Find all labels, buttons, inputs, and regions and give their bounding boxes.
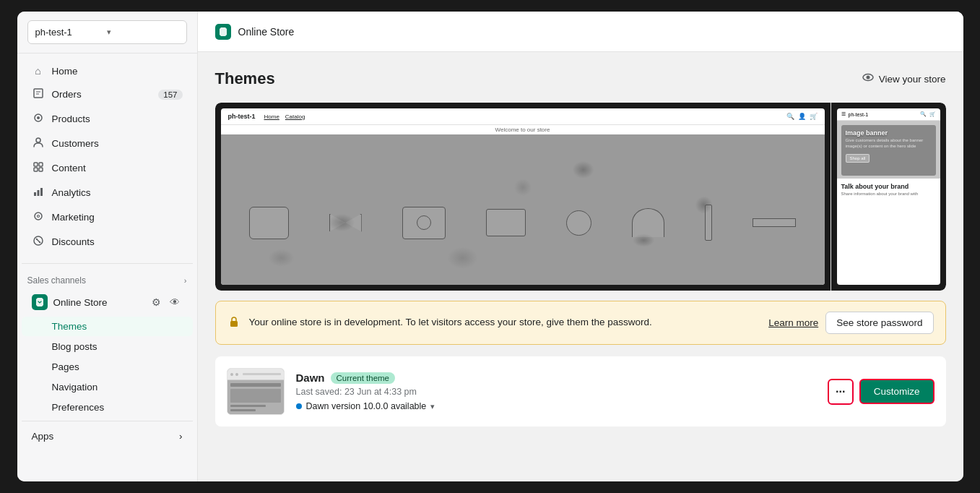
home-icon: ⌂ xyxy=(32,65,45,77)
version-dot xyxy=(296,403,302,409)
sidebar-item-analytics[interactable]: Analytics xyxy=(22,181,193,205)
mobile-cart-icon: 🛒 xyxy=(929,111,936,117)
page-header: Themes View your store xyxy=(215,69,946,88)
sidebar-item-discounts[interactable]: Discounts xyxy=(22,230,193,254)
theme-actions: ··· Customize xyxy=(828,379,935,405)
preview-item-ring xyxy=(566,210,591,236)
preview-tools-grid xyxy=(221,134,825,285)
products-icon xyxy=(32,112,45,126)
sidebar-item-label: Marketing xyxy=(52,212,95,223)
shop-all-button: Shop all xyxy=(846,154,870,163)
theme-thumb-inner xyxy=(227,369,284,414)
online-store-actions: ⚙ 👁 xyxy=(149,295,183,309)
sidebar-item-content[interactable]: Content xyxy=(22,156,193,180)
learn-more-button[interactable]: Learn more xyxy=(768,317,818,328)
top-bar: Online Store xyxy=(198,12,963,52)
sidebar-item-label: Customers xyxy=(52,138,99,149)
sidebar-item-marketing[interactable]: Marketing xyxy=(22,205,193,229)
online-store-preview-button[interactable]: 👁 xyxy=(167,295,183,309)
svg-rect-12 xyxy=(40,188,43,196)
topbar-title: Online Store xyxy=(238,26,295,38)
sidebar-item-home[interactable]: ⌂ Home xyxy=(22,60,193,82)
main-nav: ⌂ Home Orders 157 Products xyxy=(17,53,197,260)
welcome-text: Welcome to our store xyxy=(495,127,550,133)
svg-rect-11 xyxy=(37,190,39,196)
sales-channels-label: Sales channels xyxy=(27,275,86,286)
orders-badge: 157 xyxy=(158,90,182,100)
sidebar-item-preferences[interactable]: Preferences xyxy=(22,398,193,417)
eye-icon xyxy=(862,71,875,87)
svg-point-5 xyxy=(36,138,40,142)
main-content: Online Store Themes View your store xyxy=(198,12,963,481)
sub-nav-label: Blog posts xyxy=(52,341,97,352)
sidebar-item-themes[interactable]: Themes xyxy=(22,317,193,336)
sidebar-item-pages[interactable]: Pages xyxy=(22,357,193,377)
preview-nav: Home Catalog xyxy=(264,113,305,120)
svg-point-20 xyxy=(866,76,870,80)
preview-item-ruler xyxy=(753,218,796,227)
mobile-device-frame: ☰ ph-test-1 🔍 🛒 Image banner Give custom… xyxy=(831,103,946,291)
mobile-menu-icon: ☰ xyxy=(841,111,846,117)
svg-point-14 xyxy=(37,215,39,218)
version-chevron: ▾ xyxy=(430,402,435,411)
view-store-button[interactable]: View your store xyxy=(862,71,946,87)
svg-rect-21 xyxy=(230,321,238,327)
preview-logo: ph-test-1 xyxy=(228,113,256,120)
mobile-search-icon: 🔍 xyxy=(920,111,927,117)
store-selector-button[interactable]: ph-test-1 ▾ xyxy=(27,20,187,44)
preview-cart-icon: 🛒 xyxy=(810,113,818,120)
preview-item-envelope xyxy=(486,209,526,236)
theme-preview-area: ph-test-1 Home Catalog 🔍 👤 🛒 xyxy=(215,103,946,291)
sidebar-item-apps[interactable]: Apps › xyxy=(22,425,193,445)
mobile-body: Image banner Give customers details abou… xyxy=(837,121,940,179)
warning-message: Your online store is in development. To … xyxy=(249,316,760,330)
content-area: Themes View your store xyxy=(198,52,963,481)
svg-rect-6 xyxy=(34,163,38,166)
store-name-label: ph-test-1 xyxy=(35,27,108,38)
theme-info: Dawn Current theme Last saved: 23 Jun at… xyxy=(296,372,816,411)
sub-nav-label: Pages xyxy=(52,361,79,372)
svg-rect-8 xyxy=(34,168,38,171)
talk-brand-title: Talk about your brand xyxy=(841,183,936,190)
talk-brand-text: Share information about your brand with xyxy=(841,192,936,197)
theme-version[interactable]: Dawn version 10.0.0 available ▾ xyxy=(296,401,816,411)
svg-rect-7 xyxy=(39,163,43,166)
online-store-settings-button[interactable]: ⚙ xyxy=(149,295,164,309)
sidebar-item-customers[interactable]: Customers xyxy=(22,132,193,155)
see-store-password-button[interactable]: See store password xyxy=(825,312,933,334)
desktop-preview: ph-test-1 Home Catalog 🔍 👤 🛒 xyxy=(215,103,831,291)
sidebar-item-online-store[interactable]: Online Store ⚙ 👁 xyxy=(22,289,193,315)
sidebar-item-label: Content xyxy=(52,163,86,173)
more-options-button[interactable]: ··· xyxy=(828,379,854,405)
customize-button[interactable]: Customize xyxy=(859,379,935,404)
topbar-online-store-icon xyxy=(215,24,231,40)
svg-rect-10 xyxy=(34,192,36,196)
orders-icon xyxy=(32,87,45,101)
sidebar-item-products[interactable]: Products xyxy=(22,107,193,131)
sidebar: ph-test-1 ▾ ⌂ Home Orders 157 xyxy=(17,12,198,481)
sidebar-item-blog-posts[interactable]: Blog posts xyxy=(22,337,193,356)
sub-nav: Themes Blog posts Pages Navigation Prefe… xyxy=(17,316,197,418)
thumb-dot xyxy=(230,373,233,376)
apps-label: Apps xyxy=(32,431,54,442)
svg-rect-9 xyxy=(39,168,43,171)
sidebar-divider-2 xyxy=(22,421,193,421)
sidebar-divider xyxy=(22,263,193,264)
sales-channels-chevron[interactable]: › xyxy=(184,276,187,285)
sidebar-item-label: Products xyxy=(52,113,90,124)
page-title: Themes xyxy=(215,69,275,88)
mobile-preview: ☰ ph-test-1 🔍 🛒 Image banner Give custom… xyxy=(831,103,946,291)
analytics-icon xyxy=(32,186,45,200)
online-store-label: Online Store xyxy=(53,297,108,308)
warning-container: Your online store is in development. To … xyxy=(215,291,946,345)
store-selector-chevron: ▾ xyxy=(107,27,179,37)
sub-nav-label: Themes xyxy=(52,321,87,332)
sidebar-item-navigation[interactable]: Navigation xyxy=(22,377,193,397)
image-banner-text: Give customers details about the banner … xyxy=(846,138,932,150)
preview-search-icon: 🔍 xyxy=(786,113,794,120)
talk-about-brand: Talk about your brand Share information … xyxy=(837,179,940,202)
preview-banner-text: Welcome to our store xyxy=(221,125,825,134)
sidebar-item-orders[interactable]: Orders 157 xyxy=(22,82,193,106)
apps-chevron: › xyxy=(179,431,183,442)
preview-topbar: ph-test-1 Home Catalog 🔍 👤 🛒 xyxy=(221,108,825,125)
